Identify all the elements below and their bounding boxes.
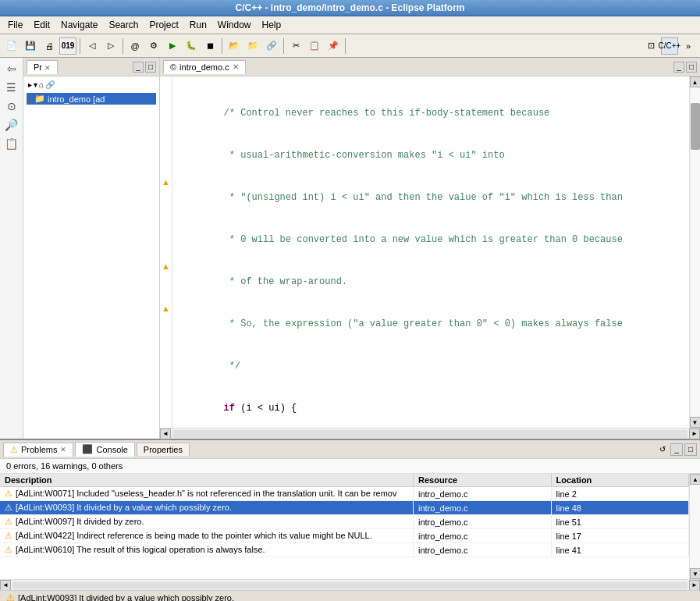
scroll-right-arrow[interactable]: ►: [689, 429, 700, 439]
package-explorer-tab[interactable]: Pr ✕: [27, 60, 58, 74]
build-button[interactable]: 019: [59, 37, 76, 55]
title-text: C/C++ - intro_demo/intro_demo.c - Eclips…: [235, 2, 464, 13]
link-button[interactable]: 🔗: [263, 37, 280, 55]
bottom-scrollbar[interactable]: ▲ ▼: [689, 474, 700, 579]
cell-description: ⚠[AdLint:W0093] It divided by a value wh…: [0, 501, 414, 515]
col-description: Description: [0, 474, 414, 487]
scroll-thumb[interactable]: [691, 103, 700, 150]
scroll-left-arrow[interactable]: ◄: [160, 429, 171, 439]
bug-button[interactable]: 🐛: [183, 37, 200, 55]
console-tab[interactable]: ⬛ Console: [75, 442, 134, 457]
warn-marker-17: ▲: [160, 301, 172, 315]
toolbar-sep-2: [123, 38, 123, 54]
bottom-horiz-bar[interactable]: [12, 581, 688, 589]
problems-tab[interactable]: ⚠ Problems ✕: [3, 443, 73, 457]
menu-file[interactable]: File: [3, 18, 27, 32]
table-row[interactable]: ⚠[AdLint:W0422] Indirect reference is be…: [0, 529, 689, 543]
forward-button[interactable]: ▷: [102, 37, 119, 55]
tab-close-icon[interactable]: ✕: [44, 64, 51, 72]
bottom-minimize-button[interactable]: _: [670, 443, 683, 456]
cut-button[interactable]: ✂: [287, 37, 304, 55]
problems-table-content[interactable]: Description Resource Location ⚠[AdLint:W…: [0, 474, 689, 579]
code-maximize-button[interactable]: □: [686, 62, 697, 73]
back-button[interactable]: ◁: [84, 37, 101, 55]
tree-collapse-icon[interactable]: ▾: [34, 80, 37, 89]
problems-tab-close[interactable]: ✕: [60, 446, 66, 453]
open-file-button[interactable]: 📂: [226, 37, 243, 55]
sidebar-icon-5[interactable]: 📋: [4, 136, 20, 151]
title-bar: C/C++ - intro_demo/intro_demo.c - Eclips…: [0, 0, 700, 16]
tree-item-toolbar: ▸ ▾ ⌂ 🔗: [27, 80, 156, 90]
cell-location: line 48: [551, 501, 689, 515]
col-resource: Resource: [414, 474, 552, 487]
tree-home-icon[interactable]: ⌂: [39, 80, 44, 89]
bottom-maximize-button[interactable]: □: [684, 443, 697, 456]
bottom-refresh-button[interactable]: ↺: [656, 443, 669, 456]
horiz-scroll-bar[interactable]: [172, 430, 688, 438]
save-button[interactable]: 💾: [22, 37, 39, 55]
tree-expand-icon[interactable]: ▸: [28, 80, 32, 89]
bottom-scroll-left[interactable]: ◄: [0, 580, 11, 591]
menu-help[interactable]: Help: [258, 18, 286, 32]
open2-button[interactable]: 📁: [244, 37, 261, 55]
code-tab-close-icon[interactable]: ✕: [233, 62, 239, 71]
menu-window[interactable]: Window: [213, 18, 256, 32]
table-row[interactable]: ⚠[AdLint:W0093] It divided by a value wh…: [0, 501, 689, 515]
warn-marker-14: ▲: [160, 259, 172, 273]
copy-button[interactable]: 📋: [306, 37, 323, 55]
code-tab[interactable]: © intro_demo.c ✕: [163, 60, 246, 74]
code-editor[interactable]: ▲ ▲ ▲ /* Con: [160, 76, 700, 428]
table-row[interactable]: ⚠[AdLint:W0071] Included "useless_header…: [0, 487, 689, 501]
paste-button[interactable]: 📌: [325, 37, 342, 55]
col-location: Location: [551, 474, 689, 487]
code-scrollbar[interactable]: ▲ ▼: [689, 76, 700, 428]
settings-button[interactable]: ⚙: [145, 37, 162, 55]
more-button[interactable]: »: [680, 37, 697, 55]
properties-tab[interactable]: Properties: [137, 443, 190, 456]
menu-project[interactable]: Project: [144, 18, 183, 32]
warn-marker-16: [160, 287, 172, 301]
scroll-up-arrow[interactable]: ▲: [690, 76, 701, 87]
code-lines[interactable]: /* Control never reaches to this if-body…: [172, 76, 689, 428]
cell-resource: intro_demo.c: [414, 501, 552, 515]
new-button[interactable]: 📄: [3, 37, 20, 55]
code-minimize-button[interactable]: _: [673, 62, 684, 73]
search-icon[interactable]: @: [126, 37, 144, 55]
problems-tab-label: Problems: [21, 445, 57, 454]
table-row[interactable]: ⚠[AdLint:W0610] The result of this logic…: [0, 543, 689, 557]
scroll-down-arrow[interactable]: ▼: [690, 417, 701, 428]
code-horiz-scroll[interactable]: ◄ ►: [160, 428, 700, 439]
maximize-button[interactable]: ⊡: [642, 37, 659, 55]
tree-project-item[interactable]: ▸ 📁 intro_demo [ad: [27, 93, 156, 105]
sidebar-icon-1[interactable]: ⇦: [4, 61, 20, 76]
table-row[interactable]: ⚠[AdLint:W0097] It divided by zero.intro…: [0, 515, 689, 529]
bottom-scroll-up[interactable]: ▲: [690, 474, 700, 485]
debug-button[interactable]: ◼: [201, 37, 219, 55]
run-button[interactable]: ▶: [164, 37, 181, 55]
sidebar-icon-4[interactable]: 🔎: [4, 117, 20, 133]
tree-link-icon[interactable]: 🔗: [45, 80, 55, 89]
minimize-panel-button[interactable]: _: [133, 62, 144, 73]
bottom-scroll-down[interactable]: ▼: [690, 568, 700, 579]
toolbar-sep-1: [80, 38, 80, 54]
print-button[interactable]: 🖨: [41, 37, 58, 55]
sidebar-icon-3[interactable]: ⊙: [4, 98, 20, 114]
problems-table[interactable]: Description Resource Location ⚠[AdLint:W…: [0, 474, 700, 579]
maximize-panel-button[interactable]: □: [145, 62, 156, 73]
menu-navigate[interactable]: Navigate: [56, 18, 102, 32]
bottom-horiz-scroll[interactable]: ◄ ►: [0, 579, 700, 590]
panel-tab-controls: _ □: [133, 62, 156, 73]
menu-edit[interactable]: Edit: [29, 18, 55, 32]
warn-marker-8: ▲: [160, 175, 172, 189]
bottom-scroll-right[interactable]: ►: [689, 580, 700, 591]
code-line-8: if (i < ui) {: [179, 401, 683, 415]
problems-tbody: ⚠[AdLint:W0071] Included "useless_header…: [0, 487, 689, 557]
problems-icon: ⚠: [10, 445, 18, 455]
warn-marker-13: [160, 245, 172, 259]
scroll-track: [691, 87, 700, 417]
cpp-perspective[interactable]: C/C++: [661, 37, 678, 55]
bottom-tab-bar: ⚠ Problems ✕ ⬛ Console Properties ↺ _ □: [0, 440, 700, 459]
menu-search[interactable]: Search: [104, 18, 143, 32]
sidebar-icon-2[interactable]: ☰: [4, 80, 20, 95]
menu-run[interactable]: Run: [185, 18, 211, 32]
